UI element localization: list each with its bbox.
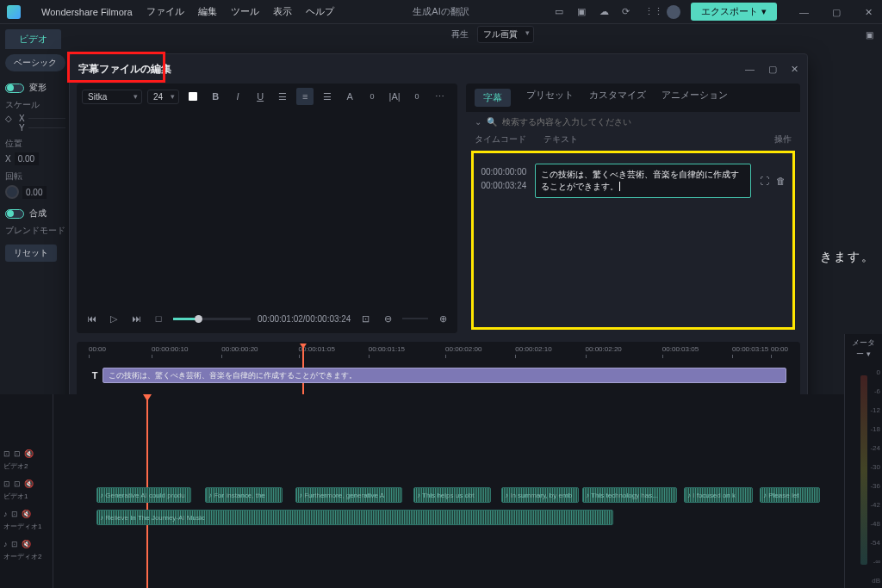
audio-meter: [860, 375, 867, 565]
audio-clip[interactable]: ♪ For instance, the: [205, 487, 283, 503]
subtitle-end-time[interactable]: 00:00:03:24: [481, 181, 526, 190]
preview-text-overflow: きます。: [820, 250, 875, 265]
modal-minimize-icon[interactable]: —: [745, 64, 755, 75]
underline-button[interactable]: U: [252, 88, 269, 105]
avatar-icon[interactable]: [667, 5, 680, 19]
line-height-button[interactable]: 0: [408, 88, 425, 105]
title-bar: Wondershare Filmora ファイル 編集 ツール 表示 ヘルプ 生…: [0, 0, 882, 24]
kerning-button[interactable]: |A|: [386, 88, 403, 105]
scale-label: スケール: [5, 99, 65, 111]
letter-a-button[interactable]: A: [341, 88, 358, 105]
document-title: 生成AIの翻訳: [413, 5, 469, 18]
split-icon[interactable]: ⛶: [760, 176, 769, 186]
composite-toggle[interactable]: [5, 209, 24, 219]
more-button[interactable]: ⋯: [431, 88, 448, 105]
modal-ruler[interactable]: 00:00 00:00:00:10 00:00:00:20 00:00:01:0…: [89, 345, 788, 362]
video-track-2-label: ビデオ2: [0, 461, 53, 471]
play-button[interactable]: ▷: [106, 311, 121, 326]
align-right-button[interactable]: ☰: [319, 88, 336, 105]
lock-icon[interactable]: ⊡: [3, 449, 10, 458]
text-editor-area[interactable]: [77, 109, 457, 304]
tab-animation[interactable]: アニメーション: [662, 89, 728, 107]
safezone-button[interactable]: ⊡: [357, 311, 373, 326]
col-text: テキスト: [543, 133, 578, 145]
audio-meter-panel: メーター ▾ 0-6-12-18-24-30-36-42-48-54-∞dB: [844, 334, 882, 588]
tab-customize[interactable]: カスタマイズ: [589, 89, 646, 107]
audio-clip[interactable]: ♪ This helps us obt: [413, 487, 491, 503]
progress-bar[interactable]: [173, 318, 251, 320]
stop-button[interactable]: □: [151, 311, 166, 326]
snapshot-icon[interactable]: ▣: [866, 30, 873, 40]
modal-maximize-icon[interactable]: ▢: [768, 64, 777, 75]
text-track-icon: T: [89, 370, 101, 381]
subtitle-row: 00:00:00:00 00:00:03:24 この技術は、驚くべき芸術、音楽を…: [481, 164, 786, 198]
transform-label: 変形: [29, 82, 47, 94]
mute-icon[interactable]: 🔇: [24, 449, 34, 458]
devices-icon[interactable]: ▭: [555, 6, 567, 18]
audio-clip[interactable]: ♪ Please let: [760, 487, 820, 503]
maximize-icon[interactable]: ▢: [832, 7, 842, 17]
position-label: 位置: [5, 138, 65, 150]
italic-button[interactable]: I: [229, 88, 246, 105]
cloud-icon[interactable]: ☁: [599, 6, 612, 18]
delete-icon[interactable]: 🗑: [776, 176, 786, 186]
close-icon[interactable]: ✕: [865, 7, 875, 17]
pos-x-value[interactable]: 0.00: [15, 152, 39, 165]
app-logo-icon: [7, 5, 21, 19]
align-center-button[interactable]: ≡: [296, 88, 314, 105]
align-left-button[interactable]: ☰: [274, 88, 291, 105]
menu-tools[interactable]: ツール: [231, 5, 259, 18]
export-button[interactable]: エクスポート ▾: [691, 3, 777, 21]
menu-view[interactable]: 表示: [273, 5, 292, 18]
chevron-down-icon[interactable]: ⌄: [475, 117, 481, 127]
audio-clip[interactable]: ♪ This technology has...: [582, 487, 677, 503]
subtitle-list-panel: 字幕 プリセット カスタマイズ アニメーション ⌄ 🔍 タイムコード テキスト …: [466, 84, 800, 333]
col-ops: 操作: [774, 133, 792, 145]
tab-preset[interactable]: プリセット: [526, 89, 574, 107]
properties-sidebar: ビデオ ベーシック 変形 スケール ◇X Y 位置 X0.00 回転 0.00 …: [0, 24, 71, 334]
transform-toggle[interactable]: [5, 84, 24, 93]
reset-button[interactable]: リセット: [5, 244, 57, 262]
audio-clip[interactable]: ♪ Furthermore, generative A: [295, 487, 402, 503]
update-icon[interactable]: ⟳: [622, 6, 634, 18]
rotation-label: 回転: [5, 170, 65, 183]
eye-icon[interactable]: ⊡: [14, 449, 21, 458]
audio-track-1-label: オーディオ1: [0, 522, 53, 531]
subtitle-clip[interactable]: この技術は、驚くべき芸術、音楽を自律的に作成することができます。: [102, 368, 786, 383]
audio-clip[interactable]: ♪ Generative AI could produ: [96, 487, 191, 503]
zoom-out-button[interactable]: ⊖: [380, 311, 395, 326]
rotation-value[interactable]: 0.00: [22, 186, 47, 199]
search-input[interactable]: [502, 117, 792, 127]
video-track-1-label: ビデオ1: [0, 492, 53, 501]
search-icon: 🔍: [487, 117, 497, 127]
rotation-dial[interactable]: [5, 185, 19, 199]
font-family-select[interactable]: Sitka: [82, 90, 142, 104]
bold-button[interactable]: B: [207, 88, 224, 105]
audio-clip[interactable]: ♪ I focused on k: [684, 487, 753, 503]
audio-clip[interactable]: ♪ In summary, by emb: [501, 487, 579, 503]
highlight-yellow-box: 00:00:00:00 00:00:03:24 この技術は、驚くべき芸術、音楽を…: [471, 151, 795, 330]
audio-clip[interactable]: ♪ Relieve In The Journey-AI Music: [96, 510, 613, 525]
tab-subtitle[interactable]: 字幕: [475, 89, 511, 107]
zoom-in-button[interactable]: ⊕: [435, 311, 450, 326]
subtitle-start-time[interactable]: 00:00:00:00: [481, 167, 526, 176]
menu-edit[interactable]: 編集: [198, 5, 217, 18]
color-button[interactable]: [184, 88, 202, 105]
next-button[interactable]: ⏭: [128, 311, 144, 326]
minimize-icon[interactable]: —: [799, 7, 810, 17]
modal-close-icon[interactable]: ✕: [791, 64, 798, 75]
prev-button[interactable]: ⏮: [84, 311, 99, 326]
font-size-select[interactable]: 24: [147, 90, 179, 104]
blend-label: ブレンドモード: [5, 225, 65, 237]
menu-file[interactable]: ファイル: [146, 5, 184, 18]
text-toolbar: Sitka 24 B I U ☰ ≡ ☰ A 0 |A| 0 ⋯: [77, 84, 457, 109]
apps-icon[interactable]: ⋮⋮: [644, 6, 656, 18]
menu-help[interactable]: ヘルプ: [306, 5, 334, 18]
spacing-button[interactable]: 0: [363, 88, 381, 105]
basic-pill[interactable]: ベーシック: [5, 54, 65, 71]
quality-select[interactable]: フル画質: [477, 26, 534, 43]
subtitle-text-input[interactable]: この技術は、驚くべき芸術、音楽を自律的に作成することができます。: [535, 164, 751, 198]
media-icon[interactable]: ▣: [577, 6, 589, 18]
composite-label: 合成: [29, 207, 47, 220]
video-tab[interactable]: ビデオ: [5, 29, 61, 49]
